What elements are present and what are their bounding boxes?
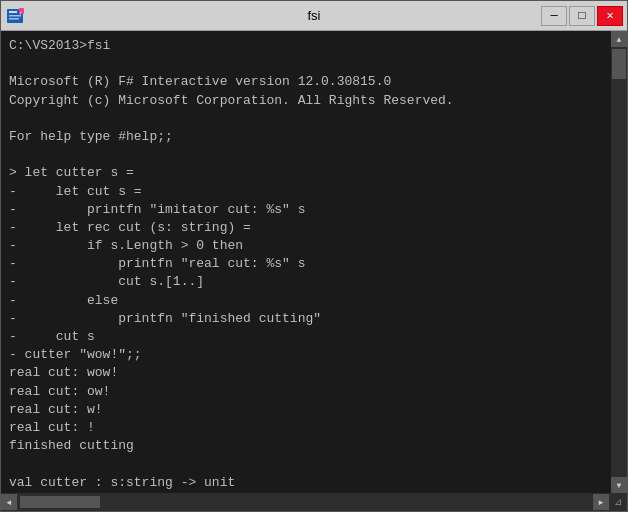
scroll-right-arrow[interactable]: ► [593, 494, 609, 510]
titlebar-left: f [5, 6, 25, 26]
svg-rect-2 [9, 15, 21, 17]
scroll-track-horizontal[interactable] [18, 495, 592, 509]
window-title: fsi [308, 8, 321, 23]
maximize-button[interactable]: □ [569, 6, 595, 26]
scroll-up-arrow[interactable]: ▲ [611, 31, 627, 47]
titlebar-buttons: ─ □ ✕ [541, 6, 623, 26]
close-button[interactable]: ✕ [597, 6, 623, 26]
content-area: C:\VS2013>fsi Microsoft (R) F# Interacti… [1, 31, 627, 493]
terminal-output[interactable]: C:\VS2013>fsi Microsoft (R) F# Interacti… [1, 31, 611, 493]
app-icon: f [5, 6, 25, 26]
scroll-down-arrow[interactable]: ▼ [611, 477, 627, 493]
svg-rect-1 [9, 11, 17, 13]
titlebar: f fsi ─ □ ✕ [1, 1, 627, 31]
resize-grip[interactable]: ⊿ [609, 493, 627, 511]
scroll-track-vertical[interactable] [611, 47, 627, 477]
bottom-bar: ◄ ► ⊿ [1, 493, 627, 511]
svg-rect-3 [9, 18, 19, 20]
scroll-thumb-horizontal[interactable] [20, 496, 100, 508]
vertical-scrollbar[interactable]: ▲ ▼ [611, 31, 627, 493]
scroll-left-arrow[interactable]: ◄ [1, 494, 17, 510]
minimize-button[interactable]: ─ [541, 6, 567, 26]
horizontal-scrollbar[interactable]: ◄ ► [1, 494, 609, 510]
window: f fsi ─ □ ✕ C:\VS2013>fsi Microsoft (R) … [0, 0, 628, 512]
scroll-thumb-vertical[interactable] [612, 49, 626, 79]
